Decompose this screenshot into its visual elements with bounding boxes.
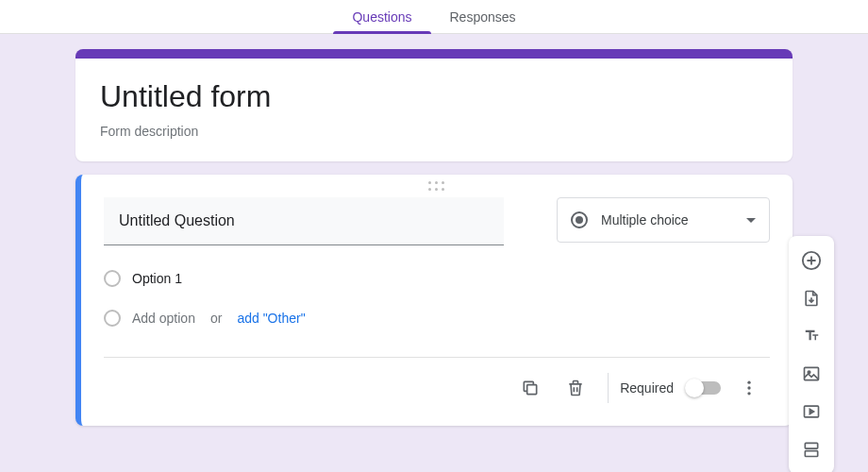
add-option-button[interactable]: Add option <box>132 311 195 326</box>
question-type-label: Multiple choice <box>601 212 733 228</box>
add-image-button[interactable] <box>789 355 834 393</box>
add-question-button[interactable] <box>789 242 834 279</box>
required-label: Required <box>620 380 674 396</box>
plus-circle-icon <box>801 250 822 271</box>
duplicate-button[interactable] <box>509 367 551 409</box>
drag-handle[interactable] <box>81 175 793 197</box>
question-type-select[interactable]: Multiple choice <box>557 197 770 243</box>
svg-rect-9 <box>805 451 817 457</box>
svg-point-1 <box>747 381 750 384</box>
form-description[interactable]: Form description <box>100 124 768 139</box>
more-vertical-icon <box>740 379 759 397</box>
add-other-button[interactable]: add "Other" <box>237 311 305 326</box>
radio-outline-icon <box>104 310 121 327</box>
question-card[interactable]: Multiple choice Option 1 Add option or a… <box>75 175 793 426</box>
svg-rect-8 <box>805 443 817 448</box>
option-row[interactable]: Option 1 <box>104 270 770 287</box>
svg-point-3 <box>747 392 750 395</box>
copy-icon <box>521 379 540 397</box>
form-header-card[interactable]: Untitled form Form description <box>75 49 793 161</box>
toggle-knob <box>685 379 704 397</box>
question-title-input[interactable] <box>104 197 504 245</box>
tab-responses-label: Responses <box>450 9 516 25</box>
section-icon <box>802 440 821 459</box>
question-footer: Required <box>104 357 770 418</box>
radio-icon <box>571 211 588 228</box>
video-icon <box>802 402 821 421</box>
tab-responses[interactable]: Responses <box>431 0 535 34</box>
form-canvas: Untitled form Form description Multiple … <box>0 34 868 472</box>
image-icon <box>802 364 821 383</box>
import-icon <box>802 289 821 308</box>
form-title[interactable]: Untitled form <box>100 79 768 114</box>
side-toolbar <box>789 236 834 472</box>
divider <box>608 373 609 403</box>
delete-button[interactable] <box>555 367 596 409</box>
trash-icon <box>566 379 585 397</box>
drag-icon <box>428 181 445 192</box>
svg-point-2 <box>747 386 750 389</box>
text-icon <box>802 327 821 346</box>
required-toggle[interactable] <box>687 381 721 395</box>
add-title-button[interactable] <box>789 317 834 355</box>
tab-questions-label: Questions <box>352 9 411 25</box>
more-button[interactable] <box>728 367 770 409</box>
add-option-row: Add option or add "Other" <box>104 310 770 327</box>
or-text: or <box>210 311 222 326</box>
radio-outline-icon <box>104 270 121 287</box>
add-video-button[interactable] <box>789 393 834 430</box>
tab-questions[interactable]: Questions <box>333 0 430 34</box>
chevron-down-icon <box>746 218 756 223</box>
svg-rect-0 <box>527 385 537 395</box>
add-section-button[interactable] <box>789 430 834 468</box>
tab-bar: Questions Responses <box>0 0 868 34</box>
option-text[interactable]: Option 1 <box>132 271 182 286</box>
import-questions-button[interactable] <box>789 279 834 317</box>
